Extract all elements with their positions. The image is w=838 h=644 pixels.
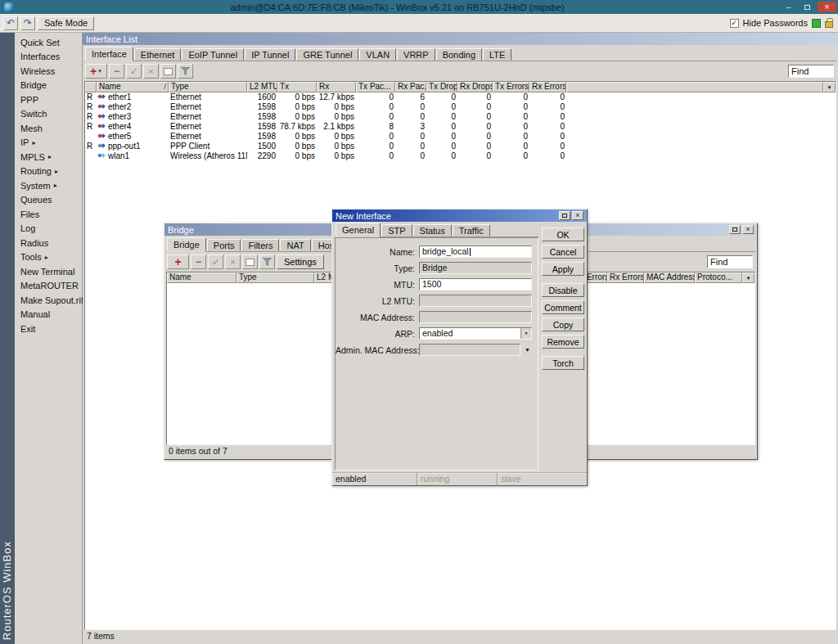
interface-row-wlan1[interactable]: wlan1 Wireless (Atheros 11N) 2290 0 bps … bbox=[85, 151, 836, 161]
tab-ports[interactable]: Ports bbox=[207, 239, 241, 251]
comment-button[interactable] bbox=[160, 64, 176, 79]
col-name[interactable]: Name bbox=[167, 272, 237, 283]
filter-button[interactable] bbox=[178, 64, 193, 79]
bridge-find-input[interactable]: Find bbox=[707, 255, 753, 268]
bridge-close-button[interactable]: × bbox=[742, 225, 754, 234]
bridge-disable-button[interactable]: × bbox=[225, 254, 241, 269]
col-tx[interactable]: Tx bbox=[277, 82, 317, 92]
sidebar-item-wireless[interactable]: Wireless bbox=[15, 64, 82, 79]
col-rx-errors[interactable]: Rx Errors bbox=[529, 82, 566, 92]
torch-button[interactable]: Torch bbox=[542, 356, 584, 370]
apply-button[interactable]: Apply bbox=[542, 262, 584, 276]
name-input[interactable]: bridge_local bbox=[419, 245, 532, 258]
col-tx-drops[interactable]: Tx Drops bbox=[426, 82, 457, 92]
sidebar-item-mesh[interactable]: Mesh bbox=[15, 121, 82, 136]
interface-list-title-bar[interactable]: Interface List bbox=[83, 33, 838, 45]
col-name[interactable]: Name/ bbox=[97, 82, 169, 92]
bridge-filter-button[interactable] bbox=[259, 254, 275, 269]
bridge-maximize-button[interactable] bbox=[729, 225, 741, 234]
tab-vrrp[interactable]: VRRP bbox=[397, 48, 435, 61]
interface-row-ether5[interactable]: ether5 Ethernet 1598 0 bps 0 bps 0 0 0 0… bbox=[85, 132, 836, 142]
sidebar-item-files[interactable]: Files bbox=[15, 207, 82, 222]
sidebar-item-routing[interactable]: Routing▸ bbox=[15, 164, 82, 179]
col-type[interactable]: Type bbox=[169, 82, 247, 92]
col-rx-errors[interactable]: Rx Errors bbox=[607, 272, 644, 283]
sidebar-item-quick-set[interactable]: Quick Set bbox=[15, 35, 82, 50]
admin-mac-dropdown-icon[interactable]: ▼ bbox=[522, 347, 533, 353]
bridge-enable-button[interactable]: ✓ bbox=[208, 254, 223, 269]
col-rx-drops[interactable]: Rx Drops bbox=[457, 82, 493, 92]
sidebar-item-exit[interactable]: Exit bbox=[15, 322, 82, 336]
disable-button[interactable]: × bbox=[143, 64, 159, 79]
tab-traffic[interactable]: Traffic bbox=[453, 224, 490, 236]
tab-vlan[interactable]: VLAN bbox=[359, 48, 396, 61]
sidebar-item-log[interactable]: Log bbox=[15, 222, 82, 236]
dialog-maximize-button[interactable] bbox=[559, 211, 570, 220]
col-tx-errors[interactable]: Tx Errors bbox=[493, 82, 529, 92]
interface-row-ether3[interactable]: R ether3 Ethernet 1598 0 bps 0 bps 0 0 0… bbox=[85, 112, 836, 122]
sidebar-item-interfaces[interactable]: Interfaces bbox=[15, 50, 82, 65]
interface-row-ether4[interactable]: R ether4 Ethernet 1598 78.7 kbps 2.1 kbp… bbox=[85, 122, 836, 132]
sidebar-item-manual[interactable]: Manual bbox=[15, 308, 82, 322]
sidebar-item-metarouter[interactable]: MetaROUTER bbox=[15, 279, 82, 294]
column-selector-dropdown[interactable]: ▼ bbox=[742, 272, 755, 283]
interface-row-ether2[interactable]: R ether2 Ethernet 1598 0 bps 0 bps 0 0 0… bbox=[85, 102, 836, 112]
maximize-button[interactable] bbox=[799, 2, 816, 12]
col-rx-packets[interactable]: Rx Pac... bbox=[395, 82, 426, 92]
tab-gre-tunnel[interactable]: GRE Tunnel bbox=[296, 48, 358, 61]
ok-button[interactable]: OK bbox=[542, 227, 584, 241]
arp-dropdown-icon[interactable]: ▼ bbox=[520, 328, 531, 339]
col-l2mtu[interactable]: L2 MTU bbox=[247, 82, 277, 92]
interface-row-ether1[interactable]: R ether1 Ethernet 1600 0 bps 12.7 kbps 0… bbox=[85, 92, 836, 102]
bridge-settings-button[interactable]: Settings bbox=[277, 254, 324, 269]
hide-passwords-checkbox[interactable]: ✓ bbox=[730, 19, 739, 28]
col-mac-address[interactable]: MAC Address bbox=[644, 272, 695, 283]
mtu-input[interactable]: 1500 bbox=[419, 278, 532, 290]
col-rx[interactable]: Rx bbox=[317, 82, 356, 92]
remove-button[interactable]: Remove bbox=[542, 335, 584, 349]
sidebar-item-new-terminal[interactable]: New Terminal bbox=[15, 264, 82, 279]
bridge-add-button[interactable]: + bbox=[167, 254, 189, 269]
comment-button[interactable]: Comment bbox=[542, 300, 584, 314]
tab-eoip-tunnel[interactable]: EoIP Tunnel bbox=[182, 48, 244, 61]
sidebar-item-switch[interactable]: Switch bbox=[15, 107, 82, 122]
disable-button[interactable]: Disable bbox=[542, 283, 584, 297]
sidebar-item-tools[interactable]: Tools▸ bbox=[15, 250, 82, 265]
close-button[interactable]: × bbox=[818, 2, 836, 12]
bridge-remove-button[interactable]: − bbox=[191, 254, 206, 269]
interface-row-ppp-out1[interactable]: R ppp-out1 PPP Client 1500 0 bps 0 bps 0… bbox=[85, 142, 836, 151]
tab-status[interactable]: Status bbox=[413, 224, 452, 236]
enable-button[interactable]: ✓ bbox=[126, 64, 142, 79]
tab-lte[interactable]: LTE bbox=[483, 48, 511, 61]
tab-interface[interactable]: Interface bbox=[85, 47, 133, 61]
tab-bonding[interactable]: Bonding bbox=[436, 48, 482, 61]
undo-button[interactable]: ↶ bbox=[3, 16, 18, 30]
sidebar-item-queues[interactable]: Queues bbox=[15, 193, 82, 208]
bridge-comment-button[interactable] bbox=[242, 254, 258, 269]
column-selector-dropdown[interactable]: ▼ bbox=[823, 82, 836, 92]
arp-combo[interactable]: enabled▼ bbox=[419, 327, 532, 340]
col-type[interactable]: Type bbox=[237, 272, 314, 283]
sidebar-item-radius[interactable]: Radius bbox=[15, 236, 82, 250]
add-interface-button[interactable]: +▼ bbox=[85, 64, 107, 79]
remove-button[interactable]: − bbox=[109, 64, 124, 79]
sidebar-item-bridge[interactable]: Bridge bbox=[15, 79, 82, 93]
sidebar-item-mpls[interactable]: MPLS▸ bbox=[15, 150, 82, 164]
tab-stp[interactable]: STP bbox=[381, 224, 412, 236]
copy-button[interactable]: Copy bbox=[542, 317, 584, 331]
find-input[interactable]: Find bbox=[788, 65, 834, 78]
col-protocol[interactable]: Protoco... bbox=[695, 272, 742, 283]
tab-filters[interactable]: Filters bbox=[241, 239, 279, 251]
dialog-title-bar[interactable]: New Interface × bbox=[332, 209, 587, 222]
col-tx-packets[interactable]: Tx Pac... bbox=[356, 82, 395, 92]
col-flags[interactable] bbox=[85, 82, 97, 92]
tab-bridge[interactable]: Bridge bbox=[167, 237, 206, 252]
dialog-close-button[interactable]: × bbox=[572, 211, 583, 220]
tab-ethernet[interactable]: Ethernet bbox=[134, 48, 182, 61]
cancel-button[interactable]: Cancel bbox=[542, 245, 584, 259]
tab-general[interactable]: General bbox=[336, 223, 381, 237]
redo-button[interactable]: ↷ bbox=[20, 16, 35, 30]
sidebar-item-system[interactable]: System▸ bbox=[15, 178, 82, 193]
tab-ip-tunnel[interactable]: IP Tunnel bbox=[245, 48, 295, 61]
minimize-button[interactable]: – bbox=[780, 2, 797, 12]
